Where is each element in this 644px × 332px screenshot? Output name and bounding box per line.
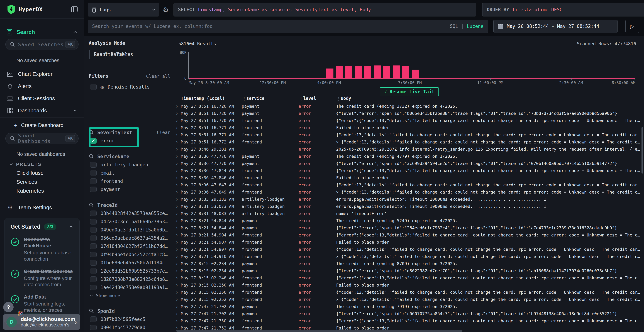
table-row[interactable]: › May 27 8:21:54.907 AM frontend error F… xyxy=(174,238,642,246)
table-row[interactable]: › May 27 8:15:02.234 AM payment error {"… xyxy=(174,267,642,274)
search-icon[interactable] xyxy=(89,154,94,159)
table-row[interactable]: › May 27 8:15:02.248 AM frontend error {… xyxy=(174,274,642,282)
sidebar-item-client-sessions[interactable]: Client Sessions xyxy=(0,93,84,104)
row-expand-chevron[interactable]: › xyxy=(174,175,181,180)
row-expand-chevron[interactable]: › xyxy=(174,304,181,309)
preset-item[interactable]: Kubernetes xyxy=(0,186,84,195)
table-row[interactable]: › May 27 8:51:16.772 AM frontend error ×… xyxy=(174,138,642,146)
preset-item[interactable]: Services xyxy=(0,178,84,186)
filter-checkbox[interactable] xyxy=(90,170,96,176)
table-row[interactable]: › May 27 8:31:53.073 AM artillery-loadge… xyxy=(174,203,642,210)
table-row[interactable]: › May 27 8:15:02.252 AM frontend error ×… xyxy=(174,296,642,303)
preset-item[interactable]: ClickHouse xyxy=(0,168,84,178)
row-expand-chevron[interactable]: › xyxy=(174,211,181,216)
resume-live-tail-button[interactable]: ⚡ Resume Live Tail xyxy=(380,87,439,96)
filter-checkbox[interactable] xyxy=(90,210,96,216)
saved-dashboards-input[interactable]: Saved Dashboards ⌘K xyxy=(5,133,78,144)
filter-checkbox[interactable] xyxy=(90,260,96,266)
row-expand-chevron[interactable]: › xyxy=(174,232,181,238)
table-row[interactable]: › May 27 8:21:54.844 AM payment error {"… xyxy=(174,224,642,232)
column-header-level[interactable]: ⋮level xyxy=(298,96,336,101)
filter-value-row[interactable]: 0f94b9befe0b4252ccfa1c8… xyxy=(89,250,174,259)
filter-value-row[interactable]: artillery-loadgen xyxy=(89,161,174,169)
analysis-mode-option[interactable]: Event Patterns xyxy=(89,50,171,59)
user-menu[interactable]: D dale@clickhouse.com dale@clickhouse.co… xyxy=(3,314,80,330)
chevron-up-icon[interactable] xyxy=(73,30,78,34)
row-expand-chevron[interactable]: › xyxy=(174,240,181,245)
table-row[interactable]: › May 27 8:51:16.770 AM frontend error {… xyxy=(174,117,642,124)
table-row[interactable]: › May 27 8:33:29.132 AM artillery-loadge… xyxy=(174,196,642,203)
table-row[interactable]: › May 27 8:15:02.250 AM frontend error {… xyxy=(174,289,642,296)
table-row[interactable]: › May 27 8:51:16.771 AM frontend error {… xyxy=(174,131,642,138)
column-resize-handle[interactable]: ⋮ xyxy=(336,96,340,101)
row-expand-chevron[interactable]: › xyxy=(174,118,181,123)
row-expand-chevron[interactable]: › xyxy=(174,111,181,116)
row-expand-chevron[interactable]: › xyxy=(174,161,181,166)
column-resize-handle[interactable]: ⋮ xyxy=(299,96,303,101)
row-expand-chevron[interactable]: › xyxy=(174,282,181,288)
filter-checkbox[interactable] xyxy=(90,284,96,290)
search-icon[interactable] xyxy=(89,308,94,314)
filter-checkbox[interactable] xyxy=(90,268,96,274)
row-expand-chevron[interactable]: › xyxy=(174,268,181,274)
row-expand-chevron[interactable]: › xyxy=(174,297,181,302)
row-expand-chevron[interactable]: › xyxy=(174,311,181,316)
row-expand-chevron[interactable]: › xyxy=(174,225,181,230)
filter-checkbox[interactable] xyxy=(90,325,96,330)
row-expand-chevron[interactable]: › xyxy=(174,254,181,259)
help-button[interactable]: ? xyxy=(3,302,14,312)
get-started-item[interactable]: Add Data Start sending logs, metrics, or… xyxy=(10,294,73,313)
filter-value-row[interactable]: 12ec8dd52b60b9525733b7e… xyxy=(89,267,174,275)
search-icon[interactable] xyxy=(89,130,94,135)
row-expand-chevron[interactable]: › xyxy=(174,168,181,173)
column-resize-handle[interactable]: ⋮ xyxy=(242,96,246,101)
table-row[interactable]: › May 27 8:15:02.250 AM frontend error F… xyxy=(174,282,642,289)
row-expand-chevron[interactable]: › xyxy=(174,125,181,130)
get-started-item[interactable]: Connect to ClickHouse Set up your databa… xyxy=(10,236,73,262)
source-settings-gear-icon[interactable]: ⚙ xyxy=(163,6,169,13)
column-header-service[interactable]: ⋮service xyxy=(242,96,298,101)
filter-value-row[interactable]: frontend xyxy=(89,177,174,185)
order-by-input[interactable]: ORDER BY TimestampTime DESC xyxy=(482,3,644,16)
table-row[interactable]: › May 27 8:36:47.844 AM frontend error {… xyxy=(174,167,642,174)
table-row[interactable]: › May 27 8:36:47.847 AM frontend error {… xyxy=(174,182,642,188)
table-row[interactable]: › May 27 7:47:21.750 AM frontend error {… xyxy=(174,317,642,324)
filter-value-row[interactable]: email xyxy=(89,169,174,177)
horizontal-scrollbar[interactable] xyxy=(176,330,462,332)
column-settings-icon[interactable]: ⋮ xyxy=(639,96,643,101)
show-more-row[interactable]: Show more xyxy=(89,292,174,300)
vertical-scrollbar[interactable] xyxy=(642,127,643,174)
filter-checkbox[interactable] xyxy=(90,162,96,168)
filter-value-row[interactable]: 18287038b73e882425c64b8… xyxy=(89,275,174,283)
chevron-up-icon[interactable] xyxy=(69,224,73,229)
row-expand-chevron[interactable]: › xyxy=(174,318,181,324)
sidebar-collapse-icon[interactable] xyxy=(71,6,78,12)
table-row[interactable]: › May 27 7:47:21.702 AM payment error {"… xyxy=(174,310,642,317)
filter-value-row[interactable]: error xyxy=(89,137,174,145)
filter-value-row[interactable]: 03f7b824595feec5 xyxy=(89,315,174,324)
create-dashboard-button[interactable]: + Create Dashboard xyxy=(0,120,84,131)
table-row[interactable]: › May 27 8:21:54.904 AM frontend error {… xyxy=(174,232,642,238)
filter-checkbox[interactable] xyxy=(90,252,96,258)
time-range-picker[interactable]: May 26 08:52:44 - May 27 08:52:44 xyxy=(494,20,618,33)
sidebar-item-chart-explorer[interactable]: Chart Explorer xyxy=(0,68,84,80)
table-row[interactable]: › May 27 8:51:16.720 AM payment error {"… xyxy=(174,110,642,117)
table-row[interactable]: › May 27 8:46:29.281 AM error 2025-05-26… xyxy=(174,146,642,153)
row-expand-chevron[interactable]: › xyxy=(174,204,181,209)
search-icon[interactable] xyxy=(89,202,94,208)
filter-value-row[interactable]: 056cd9acbaac8637a4354a2… xyxy=(89,234,174,242)
table-row[interactable]: › May 27 7:47:21.702 AM payment error Th… xyxy=(174,303,642,310)
sidebar-item-search[interactable]: Search xyxy=(0,27,84,38)
row-expand-chevron[interactable]: › xyxy=(174,182,181,188)
table-row[interactable]: › May 27 8:21:54.844 AM payment error Th… xyxy=(174,217,642,224)
row-expand-chevron[interactable]: › xyxy=(174,104,181,109)
table-row[interactable]: › May 27 8:21:54.910 AM frontend error ×… xyxy=(174,253,642,260)
filter-clear-link[interactable]: Clear xyxy=(157,130,170,135)
column-header-timestamp[interactable]: Timestamp (Local) xyxy=(181,96,242,101)
table-row[interactable]: › May 27 8:51:16.771 AM frontend error F… xyxy=(174,124,642,131)
row-expand-chevron[interactable]: › xyxy=(174,290,181,295)
filter-value-row[interactable]: 09041fb457779da0 xyxy=(89,324,174,332)
filter-value-row[interactable]: 0fbe680eb456750b2d1184c… xyxy=(89,259,174,267)
sidebar-item-team-settings[interactable]: ⚙ Team Settings xyxy=(0,202,84,213)
column-header-body[interactable]: ⋮Body xyxy=(336,96,642,101)
